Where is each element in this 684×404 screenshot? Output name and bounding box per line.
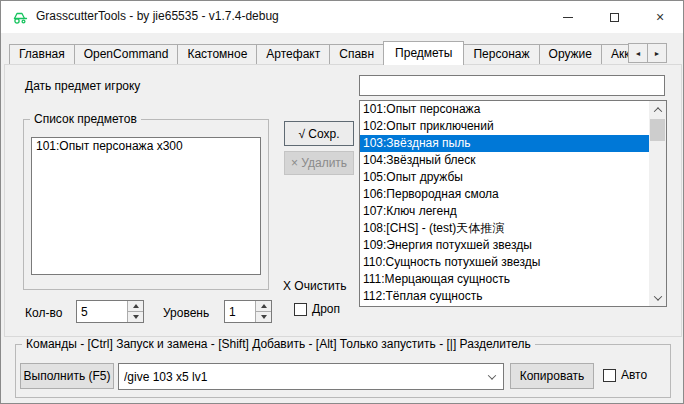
- count-input[interactable]: [77, 301, 126, 322]
- run-button[interactable]: Выполнить (F5): [20, 363, 114, 389]
- tab-strip: Главная OpenCommand Кастомное Артефакт С…: [9, 41, 629, 65]
- drop-checkbox[interactable]: Дроп: [294, 302, 340, 316]
- list-item-selected[interactable]: 103:Звёздная пыль: [360, 135, 649, 152]
- level-input[interactable]: [225, 301, 254, 322]
- auto-checkbox-label: Авто: [621, 368, 647, 382]
- level-up-icon[interactable]: [256, 301, 271, 311]
- combo-dropdown-icon[interactable]: [481, 364, 503, 389]
- count-spinner: [76, 300, 144, 323]
- maximize-icon[interactable]: [591, 1, 637, 33]
- item-list-rows: 101:Опыт персонажа 102:Опыт приключений …: [360, 101, 649, 306]
- title-bar: GrasscutterTools - by jie65535 - v1.7.4-…: [1, 1, 683, 33]
- list-item[interactable]: 106:Первородная смола: [360, 186, 649, 203]
- commands-group-title: Команды - [Ctrl] Запуск и замена - [Shif…: [22, 337, 535, 351]
- list-item[interactable]: 110:Сущность потухшей звезды: [360, 254, 649, 271]
- tab-glavnaya[interactable]: Главная: [9, 44, 75, 65]
- level-spinner: [224, 300, 272, 323]
- window-controls: ×: [545, 1, 683, 33]
- window-title: GrasscutterTools - by jie65535 - v1.7.4-…: [36, 1, 279, 32]
- tab-opencommand[interactable]: OpenCommand: [75, 44, 179, 65]
- tab-oruzhie[interactable]: Оружие: [540, 44, 602, 65]
- tab-akkaunt[interactable]: Аккаунт: [602, 44, 629, 65]
- tab-scroll-right-icon[interactable]: ►: [647, 43, 667, 63]
- minimize-icon[interactable]: [545, 1, 591, 33]
- list-item[interactable]: 102:Опыт приключений: [360, 118, 649, 135]
- list-item[interactable]: 101:Опыт персонажа: [360, 101, 649, 118]
- item-search-input[interactable]: [359, 75, 665, 96]
- delete-button[interactable]: × Удалить: [284, 151, 354, 175]
- list-item[interactable]: 111:Мерцающая сущность: [360, 271, 649, 288]
- list-item[interactable]: 112:Тёплая сущность: [360, 288, 649, 305]
- scroll-down-icon[interactable]: [649, 289, 666, 306]
- clear-button[interactable]: X Очистить: [283, 279, 347, 293]
- list-item[interactable]: 107:Ключ легенд: [360, 203, 649, 220]
- tab-scroll-buttons: ◄ ►: [629, 43, 667, 63]
- list-item[interactable]: 105:Опыт дружбы: [360, 169, 649, 186]
- tab-kastomnoe[interactable]: Кастомное: [178, 44, 257, 65]
- tab-predmety[interactable]: Предметы: [383, 41, 464, 65]
- item-list: 101:Опыт персонажа 102:Опыт приключений …: [359, 100, 667, 307]
- give-item-label: Дать предмет игроку: [25, 79, 140, 93]
- tab-artefakt[interactable]: Артефакт: [257, 44, 330, 65]
- commands-group: Команды - [Ctrl] Запуск и замена - [Shif…: [15, 344, 671, 398]
- scrollbar-thumb[interactable]: [650, 119, 665, 141]
- app-window: GrasscutterTools - by jie65535 - v1.7.4-…: [0, 0, 684, 404]
- list-item[interactable]: 108:[CHS] - (test)天体推演: [360, 220, 649, 237]
- saved-list-item[interactable]: 101:Опыт персонажа x300: [32, 138, 260, 155]
- auto-checkbox[interactable]: Авто: [603, 368, 647, 382]
- tab-personazh[interactable]: Персонаж: [464, 44, 539, 65]
- list-item[interactable]: 109:Энергия потухшей звезды: [360, 237, 649, 254]
- save-button[interactable]: √ Сохр.: [284, 121, 354, 146]
- scroll-up-icon[interactable]: [649, 101, 666, 118]
- tab-scroll-left-icon[interactable]: ◄: [628, 43, 648, 63]
- drop-checkbox-label: Дроп: [312, 302, 340, 316]
- command-input[interactable]: [119, 364, 481, 389]
- saved-items-group-title: Список предметов: [30, 112, 141, 126]
- count-up-icon[interactable]: [128, 301, 143, 311]
- auto-checkbox-box[interactable]: [603, 369, 616, 382]
- tab-spavn[interactable]: Спавн: [330, 44, 384, 65]
- level-label: Уровень: [163, 306, 209, 320]
- count-down-icon[interactable]: [128, 311, 143, 322]
- close-icon[interactable]: ×: [637, 1, 683, 33]
- copy-button[interactable]: Копировать: [510, 363, 594, 389]
- drop-checkbox-box[interactable]: [294, 303, 307, 316]
- app-logo-icon: [12, 9, 29, 26]
- list-item[interactable]: 104:Звёздный блеск: [360, 152, 649, 169]
- level-down-icon[interactable]: [256, 311, 271, 322]
- saved-items-group: Список предметов 101:Опыт персонажа x300: [23, 119, 269, 290]
- command-combobox: [118, 363, 504, 390]
- saved-items-list[interactable]: 101:Опыт персонажа x300: [31, 137, 261, 275]
- count-label: Кол-во: [25, 306, 62, 320]
- item-list-scrollbar[interactable]: [649, 101, 666, 306]
